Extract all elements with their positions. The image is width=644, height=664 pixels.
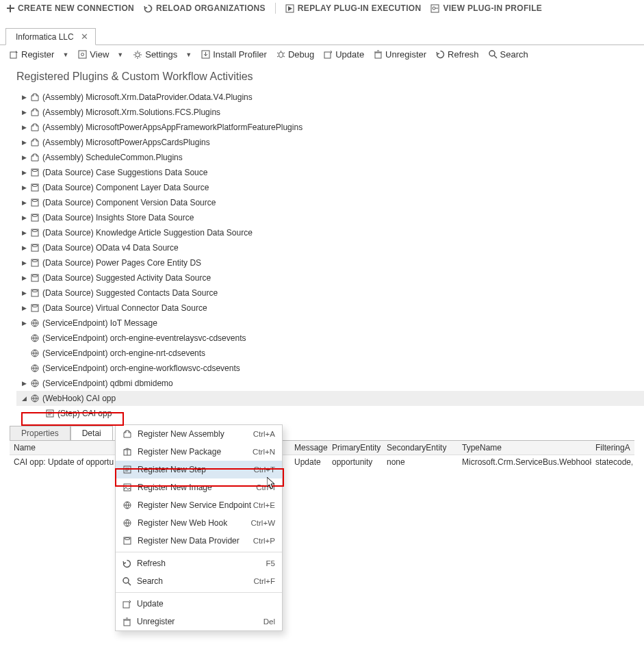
- search-icon: [489, 50, 498, 59]
- tree-item-label: (Data Source) Insights Store Data Source: [42, 213, 194, 222]
- reload-organizations-button[interactable]: RELOAD ORGANIZATIONS: [144, 3, 266, 13]
- expand-icon[interactable]: ▶: [21, 214, 27, 221]
- tree-item-datasource[interactable]: ▶(Data Source) Power Pages Core Entity D…: [16, 255, 644, 270]
- create-connection-button[interactable]: CREATE NEW CONNECTION: [7, 3, 134, 13]
- tree-item-datasource[interactable]: ▶(Data Source) Suggested Contacts Data S…: [16, 285, 644, 301]
- svg-point-27: [32, 275, 38, 277]
- menu-item-unregister[interactable]: UnregisterDel: [116, 613, 282, 630]
- menu-item-register-new-service-endpoint[interactable]: Register New Service EndpointCtrl+E: [116, 496, 282, 514]
- unregister-button[interactable]: Unregister: [374, 49, 426, 60]
- expand-icon[interactable]: ▶: [21, 169, 27, 176]
- view-profile-label: VIEW PLUG-IN PROFILE: [443, 3, 542, 13]
- tree-item-datasource[interactable]: ▶(Data Source) OData v4 Data Source: [16, 240, 644, 255]
- expand-icon[interactable]: ▶: [21, 259, 27, 266]
- create-connection-label: CREATE NEW CONNECTION: [18, 3, 134, 13]
- expand-icon[interactable]: ▶: [21, 109, 27, 116]
- collapse-icon[interactable]: ◢: [21, 395, 27, 402]
- col-filtering[interactable]: FilteringA: [591, 441, 632, 455]
- context-menu: Register New AssemblyCtrl+ARegister New …: [115, 424, 283, 631]
- expand-icon[interactable]: ▶: [21, 124, 27, 131]
- menu-item-register-new-package[interactable]: Register New PackageCtrl+N: [116, 443, 282, 461]
- expand-icon[interactable]: ▶: [21, 154, 27, 161]
- register-dropdown[interactable]: Register ▼: [10, 49, 68, 60]
- expand-icon[interactable]: ▶: [21, 229, 27, 236]
- menu-item-shortcut: Ctrl+W: [251, 519, 275, 527]
- tree-item-label: (Data Source) OData v4 Data Source: [42, 243, 179, 253]
- col-message[interactable]: Message: [290, 441, 328, 455]
- tree-item-datasource[interactable]: ▶(Data Source) Case Suggestions Data Sou…: [16, 165, 644, 180]
- tree-item-assembly[interactable]: ▶(Assembly) Microsoft.Xrm.Solutions.FCS.…: [16, 105, 644, 120]
- tree-item-assembly[interactable]: ▶(Assembly) MicrosoftPowerAppsAppFramewo…: [16, 120, 644, 135]
- expand-icon[interactable]: ▶: [21, 244, 27, 251]
- col-typename[interactable]: TypeName: [458, 441, 591, 455]
- tree-item-endpoint[interactable]: (ServiceEndpoint) orch-engine-nrt-cdseve…: [16, 346, 644, 361]
- grid-header: Name Message PrimaryEntity SecondaryEnti…: [10, 441, 634, 455]
- tree-item-datasource[interactable]: ▶(Data Source) Virtual Connector Data So…: [16, 301, 644, 316]
- tree-item-assembly[interactable]: ▶(Assembly) MicrosoftPowerAppsCardsPlugi…: [16, 135, 644, 150]
- tree-item-datasource[interactable]: ▶(Data Source) Component Layer Data Sour…: [16, 180, 644, 195]
- view-dropdown[interactable]: View ▼: [78, 49, 123, 60]
- tree-item-endpoint[interactable]: ▶(ServiceEndpoint) IoT Message: [16, 316, 644, 331]
- menu-item-register-new-step[interactable]: Register New StepCtrl+T: [116, 461, 282, 478]
- details-grid: Name Message PrimaryEntity SecondaryEnti…: [10, 440, 634, 469]
- col-secondary[interactable]: SecondaryEntity: [383, 441, 458, 455]
- tab-details[interactable]: Detai: [70, 426, 113, 441]
- datasource-icon: [30, 168, 40, 177]
- replay-plugin-button[interactable]: REPLAY PLUG-IN EXECUTION: [285, 3, 422, 13]
- tab-properties[interactable]: Properties: [10, 426, 70, 441]
- refresh-button[interactable]: Refresh: [436, 49, 479, 60]
- install-profiler-label: Install Profiler: [213, 49, 267, 60]
- tree-item-datasource[interactable]: ▶(Data Source) Insights Store Data Sourc…: [16, 210, 644, 225]
- menu-item-update[interactable]: Update: [116, 595, 282, 613]
- tree-item-step[interactable]: (Step) CAI opp: [16, 406, 644, 421]
- menu-item-refresh[interactable]: RefreshF5: [116, 554, 282, 572]
- tree-item-datasource[interactable]: ▶(Data Source) Knowledge Article Suggest…: [16, 225, 644, 240]
- package-icon: [123, 447, 132, 457]
- expand-icon[interactable]: ▶: [21, 199, 27, 206]
- expand-icon[interactable]: ▶: [21, 290, 27, 296]
- menu-item-register-new-image[interactable]: Register New ImageCtrl+I: [116, 478, 282, 496]
- menu-item-label: Register New Package: [138, 447, 221, 457]
- menu-item-register-new-assembly[interactable]: Register New AssemblyCtrl+A: [116, 425, 282, 443]
- menu-item-label: Register New Step: [138, 465, 206, 474]
- expand-icon[interactable]: ▶: [21, 184, 27, 191]
- install-profiler-button[interactable]: Install Profiler: [201, 49, 267, 60]
- menu-item-label: Update: [137, 599, 164, 609]
- settings-dropdown[interactable]: Settings ▼: [133, 49, 192, 60]
- menu-item-register-new-data-provider[interactable]: Register New Data ProviderCtrl+P: [116, 532, 282, 550]
- view-profile-button[interactable]: VIEW PLUG-IN PROFILE: [430, 3, 542, 13]
- svg-point-21: [32, 230, 38, 232]
- expand-icon[interactable]: ▶: [21, 274, 27, 281]
- grid-row[interactable]: CAI opp: Update of opportu Update opport…: [10, 455, 634, 469]
- tab-informatica[interactable]: Informatica LLC ✕: [5, 28, 96, 45]
- menu-item-search[interactable]: SearchCtrl+F: [116, 572, 282, 590]
- svg-point-29: [32, 290, 38, 292]
- svg-point-47: [123, 578, 129, 583]
- tree-item-datasource[interactable]: ▶(Data Source) Suggested Activity Data S…: [16, 270, 644, 285]
- tree-item-assembly[interactable]: ▶(Assembly) ScheduleCommon.Plugins: [16, 150, 644, 165]
- debug-button[interactable]: Debug: [276, 49, 314, 60]
- close-icon[interactable]: ✕: [81, 31, 88, 42]
- tree-item-endpoint[interactable]: (ServiceEndpoint) orch-engine-workflowsv…: [16, 361, 644, 376]
- tree-item-endpoint[interactable]: (ServiceEndpoint) orch-engine-eventrelay…: [16, 331, 644, 346]
- toolbar-separator: [275, 3, 276, 14]
- update-button[interactable]: Update: [324, 49, 364, 60]
- menu-item-register-new-web-hook[interactable]: Register New Web HookCtrl+W: [116, 514, 282, 532]
- expand-icon[interactable]: ▶: [21, 380, 27, 387]
- assembly-icon: [30, 107, 40, 117]
- tree-item-label: (Data Source) Suggested Activity Data So…: [42, 273, 211, 283]
- tree-item-webhook[interactable]: ◢(WebHook) CAI opp: [16, 391, 644, 406]
- expand-icon[interactable]: ▶: [21, 94, 27, 101]
- svg-rect-4: [79, 51, 86, 58]
- expand-icon[interactable]: ▶: [21, 305, 27, 311]
- expand-icon[interactable]: ▶: [21, 139, 27, 146]
- search-button[interactable]: Search: [489, 49, 528, 60]
- tree-item-datasource[interactable]: ▶(Data Source) Component Version Data So…: [16, 195, 644, 210]
- menu-item-label: Search: [137, 576, 163, 586]
- tree-item-endpoint[interactable]: ▶(ServiceEndpoint) qdbmi dbmidemo: [16, 376, 644, 391]
- install-icon: [201, 50, 210, 59]
- col-primary[interactable]: PrimaryEntity: [328, 441, 383, 455]
- tree-item-assembly[interactable]: ▶(Assembly) Microsoft.Xrm.DataProvider.O…: [16, 90, 644, 105]
- expand-icon[interactable]: ▶: [21, 320, 27, 327]
- datasource-icon: [30, 258, 40, 268]
